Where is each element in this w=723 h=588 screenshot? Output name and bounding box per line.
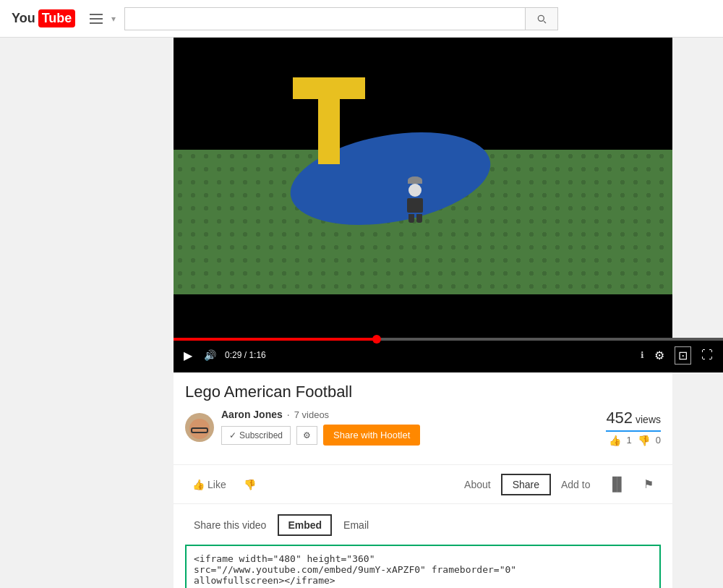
about-label: About [464, 479, 491, 490]
flag-button[interactable]: ⚑ [636, 473, 661, 495]
search-input[interactable] [124, 7, 525, 30]
share-video-label: Share this video [194, 519, 266, 531]
fullscreen-icon: ⛶ [701, 349, 713, 362]
volume-button[interactable]: 🔊 [201, 346, 219, 364]
time-display: 0:29 / 1:16 [225, 350, 266, 360]
email-label: Email [343, 519, 369, 531]
like-dislike-row: 👍 1 👎 0 [606, 435, 661, 446]
hootlet-label: Share with Hootlet [333, 430, 410, 440]
main-layout: ▶ 🔊 0:29 / 1:16 ℹ ⚙ ⊡ [0, 38, 723, 588]
channel-buttons: Subscribed ⚙ Share with Hootlet [221, 425, 420, 446]
current-time: 0:29 [225, 350, 241, 360]
embed-tab[interactable]: Embed [278, 514, 332, 536]
channel-meta: Aaron Jones · 7 videos Subscribed ⚙ [221, 409, 420, 446]
add-to-tab[interactable]: Add to [554, 474, 597, 495]
sidebar [0, 38, 174, 588]
like-thumb-icon: 👍 [192, 479, 205, 490]
avatar-glasses [191, 427, 208, 433]
views-section: 452 views 👍 1 👎 0 [606, 409, 661, 446]
video-scene [174, 38, 672, 338]
controls-bar: ▶ 🔊 0:29 / 1:16 ℹ ⚙ ⊡ [174, 338, 723, 372]
miniplayer-icon: ⊡ [675, 346, 691, 365]
header: YouTube ▾ [0, 0, 723, 38]
dislike-action-button[interactable]: 👎 [236, 474, 263, 495]
embed-code-textarea[interactable]: <iframe width="480" height="360" src="//… [185, 545, 661, 588]
bar-chart-icon: ▐▌ [607, 477, 626, 492]
search-icon [536, 13, 547, 25]
miniplayer-button[interactable]: ⊡ [672, 344, 694, 367]
content-area: ▶ 🔊 0:29 / 1:16 ℹ ⚙ ⊡ [174, 38, 723, 588]
video-info: Lego American Football Aaron Jones · 7 v… [174, 372, 672, 464]
channel-gear-icon: ⚙ [303, 430, 311, 440]
add-to-label: Add to [561, 479, 590, 490]
channel-settings-button[interactable]: ⚙ [296, 426, 317, 445]
youtube-logo[interactable]: YouTube [12, 9, 75, 27]
search-bar [124, 7, 558, 30]
like-bar [606, 430, 661, 432]
volume-icon: 🔊 [204, 349, 216, 361]
logo-tube: Tube [38, 9, 76, 27]
logo-you: You [12, 11, 35, 26]
lego-figure [405, 182, 425, 218]
lego-head [408, 184, 422, 197]
thumbs-down-icon: 👎 [638, 435, 650, 446]
embed-label: Embed [288, 519, 322, 531]
flag-icon: ⚑ [643, 477, 654, 491]
like-action-button[interactable]: 👍 Like [185, 474, 234, 495]
avatar-face [189, 419, 210, 439]
share-video-tab[interactable]: Share this video [185, 516, 275, 534]
progress-fill [174, 338, 377, 341]
video-title: Lego American Football [185, 383, 661, 401]
video-count: 7 videos [294, 409, 329, 420]
progress-bar[interactable] [174, 338, 723, 341]
lego-goalpost-v [318, 77, 340, 164]
fullscreen-button[interactable]: ⛶ [698, 346, 716, 365]
like-label: Like [208, 479, 226, 490]
settings-button[interactable]: ⚙ [651, 346, 667, 365]
subscribe-label: Subscribed [239, 430, 283, 440]
share-label: Share [513, 479, 539, 490]
hamburger-menu[interactable] [90, 14, 103, 24]
subscribe-button[interactable]: Subscribed [221, 426, 291, 445]
likes-count: 1 [627, 435, 632, 446]
right-controls: ℹ ⚙ ⊡ ⛶ [638, 344, 716, 367]
lego-legs [405, 214, 425, 223]
share-tab[interactable]: Share [501, 474, 551, 495]
about-tab[interactable]: About [457, 474, 498, 495]
video-player[interactable] [174, 38, 672, 338]
channel-avatar[interactable] [185, 413, 214, 442]
channel-name[interactable]: Aaron Jones [221, 409, 283, 420]
dislike-thumb-icon: 👎 [244, 479, 256, 490]
captions-button[interactable]: ℹ [638, 347, 647, 363]
info-icon: ℹ [641, 350, 644, 360]
play-icon: ▶ [184, 349, 192, 362]
total-time: 1:16 [249, 350, 265, 360]
hootlet-button[interactable]: Share with Hootlet [323, 425, 420, 446]
stats-button[interactable]: ▐▌ [600, 472, 633, 496]
share-panel: Share this video Embed Email <iframe wid… [174, 503, 672, 588]
channel-name-row: Aaron Jones · 7 videos [221, 409, 420, 420]
lego-leg-right [416, 214, 422, 223]
share-tabs: Share this video Embed Email [185, 514, 661, 536]
lego-helmet [408, 176, 422, 184]
search-button[interactable] [525, 7, 558, 30]
views-count: 452 [606, 409, 633, 427]
lego-body [407, 198, 423, 213]
progress-thumb [372, 335, 381, 344]
lego-leg-left [408, 214, 414, 223]
action-tabs: 👍 Like 👎 About Share Add to ▐▌ ⚑ [174, 464, 672, 503]
channel-row: Aaron Jones · 7 videos Subscribed ⚙ [185, 409, 420, 446]
email-tab[interactable]: Email [335, 516, 377, 534]
gear-icon: ⚙ [654, 349, 664, 362]
hamburger-arrow: ▾ [111, 14, 116, 24]
dislikes-count: 0 [656, 435, 661, 446]
thumbs-up-icon: 👍 [609, 435, 621, 446]
views-label: views [636, 414, 661, 425]
play-button[interactable]: ▶ [181, 346, 195, 365]
